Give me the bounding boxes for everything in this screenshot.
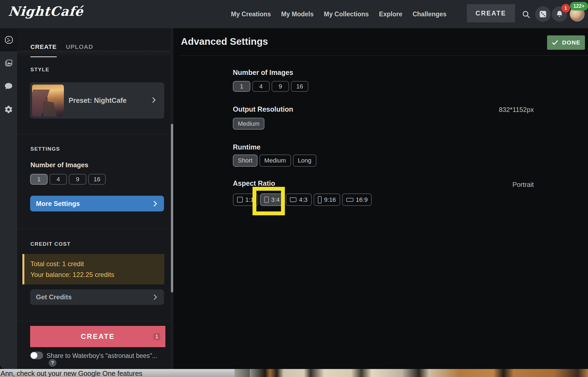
- divider: [17, 229, 171, 229]
- nightcafe-logo[interactable]: NightCafé: [8, 4, 84, 19]
- nav-explore[interactable]: Explore: [379, 11, 402, 18]
- output-resolution-label: Output Resolution: [233, 105, 293, 113]
- divider: [178, 55, 588, 56]
- navbar-create-button[interactable]: CREATE: [467, 4, 515, 22]
- bottom-strip: Ann, check out your new Google One featu…: [0, 369, 588, 377]
- total-cost-text: Total cost: 1 credit: [30, 260, 84, 268]
- done-label: DONE: [562, 39, 581, 46]
- resolution-options: Medium: [233, 118, 264, 130]
- advanced-settings-panel: Advanced Settings DONE Number of Images …: [173, 28, 588, 369]
- page-title: Advanced Settings: [181, 36, 268, 47]
- number-of-images-label: Number of Images: [30, 161, 88, 169]
- done-button[interactable]: DONE: [547, 35, 585, 50]
- settings-section-heading: SETTINGS: [30, 146, 60, 152]
- option-9-16[interactable]: 9:16: [314, 193, 340, 206]
- background-image-peek: [250, 369, 588, 377]
- aspect-ratio-label: Aspect Ratio: [233, 179, 275, 187]
- notification-count-badge: 1: [561, 4, 570, 12]
- app-window: NightCafé My Creations My Models My Coll…: [0, 0, 588, 369]
- rail-chat-item[interactable]: [0, 75, 17, 98]
- more-settings-label: More Settings: [36, 200, 80, 208]
- rail-settings-item[interactable]: [0, 98, 17, 121]
- create-label: CREATE: [81, 332, 115, 341]
- option-9[interactable]: 9: [69, 174, 86, 185]
- get-credits-button[interactable]: Get Credits: [30, 289, 164, 305]
- nav-my-collections[interactable]: My Collections: [324, 11, 369, 18]
- number-of-images-label: Number of Images: [233, 69, 293, 77]
- option-16[interactable]: 16: [88, 174, 106, 185]
- resolution-value: 832*1152px: [470, 106, 534, 114]
- brain-icon: [4, 35, 13, 44]
- section-shadow: [17, 51, 171, 56]
- option-4-3[interactable]: 4:3: [286, 193, 312, 206]
- chevron-right-icon: [151, 293, 159, 301]
- option-4[interactable]: 4: [50, 174, 67, 185]
- credit-cost-alert: Total cost: 1 credit Your balance: 122.2…: [22, 254, 164, 284]
- help-icon[interactable]: ?: [49, 359, 56, 367]
- nav-links: My Creations My Models My Collections Ex…: [231, 0, 446, 28]
- left-icon-rail: [0, 28, 17, 369]
- search-icon[interactable]: [522, 10, 530, 19]
- runtime-label: Runtime: [233, 143, 261, 151]
- toggle-knob: [31, 352, 37, 359]
- option-4[interactable]: 4: [252, 81, 270, 92]
- notification-bar: Ann, check out your new Google One featu…: [0, 369, 235, 377]
- balance-text: Your balance: 122.25 credits: [30, 271, 114, 279]
- divider: [17, 134, 171, 134]
- nav-challenges[interactable]: Challenges: [413, 11, 447, 18]
- gallery-icon: [4, 59, 13, 67]
- chat-bubble-icon: [4, 82, 13, 91]
- number-of-images-options: 1 4 9 16: [30, 174, 106, 185]
- option-1[interactable]: 1: [233, 81, 250, 92]
- option-medium[interactable]: Medium: [259, 155, 291, 167]
- share-toggle[interactable]: [30, 352, 43, 359]
- share-label: Share to Waterboy's "astronaut bees"...: [46, 352, 157, 360]
- option-short[interactable]: Short: [233, 155, 257, 167]
- window-edge: [235, 369, 250, 377]
- chevron-right-icon: [151, 200, 159, 208]
- chevron-right-icon: [150, 96, 158, 104]
- preset-thumbnail: [32, 85, 64, 116]
- top-navbar: NightCafé My Creations My Models My Coll…: [0, 0, 588, 28]
- option-1[interactable]: 1: [30, 174, 48, 185]
- runtime-options: Short Medium Long: [233, 155, 316, 167]
- highlight-annotation: [253, 187, 285, 215]
- divider: [17, 321, 171, 321]
- preset-label: Preset: NightCafe: [69, 82, 127, 119]
- option-9[interactable]: 9: [272, 81, 289, 92]
- create-submit-button[interactable]: CREATE 1: [30, 326, 165, 347]
- get-credits-label: Get Credits: [36, 293, 72, 301]
- more-settings-button[interactable]: More Settings: [30, 196, 164, 211]
- rail-create-item[interactable]: [0, 28, 17, 51]
- nav-my-creations[interactable]: My Creations: [231, 11, 271, 18]
- option-16-9[interactable]: 16:9: [342, 193, 372, 206]
- create-cost-badge: 1: [153, 333, 160, 340]
- create-side-panel: CREATE UPLOAD STYLE Preset: NightCafe SE…: [17, 28, 171, 369]
- tall-ratio-icon: [318, 196, 322, 203]
- number-of-images-options: 1 4 9 16: [233, 81, 308, 92]
- square-ratio-icon: [237, 197, 243, 203]
- preset-selector[interactable]: Preset: NightCafe: [30, 82, 164, 119]
- style-section-heading: STYLE: [30, 67, 50, 73]
- option-long[interactable]: Long: [293, 155, 316, 167]
- notification-text: Ann, check out your new Google One featu…: [1, 370, 142, 377]
- rail-gallery-item[interactable]: [0, 51, 17, 75]
- landscape-ratio-icon: [290, 197, 296, 202]
- panel-scrollbar-thumb[interactable]: [171, 124, 173, 292]
- credits-badge[interactable]: 122+: [570, 2, 588, 11]
- gear-icon: [4, 105, 13, 114]
- dice-icon[interactable]: [535, 6, 551, 22]
- nav-my-models[interactable]: My Models: [281, 11, 314, 18]
- aspect-value: Portrait: [470, 181, 534, 188]
- wide-ratio-icon: [346, 198, 353, 202]
- option-medium[interactable]: Medium: [233, 118, 264, 130]
- option-16[interactable]: 16: [291, 81, 308, 92]
- check-icon: [551, 39, 559, 46]
- credit-cost-heading: CREDIT COST: [30, 241, 71, 247]
